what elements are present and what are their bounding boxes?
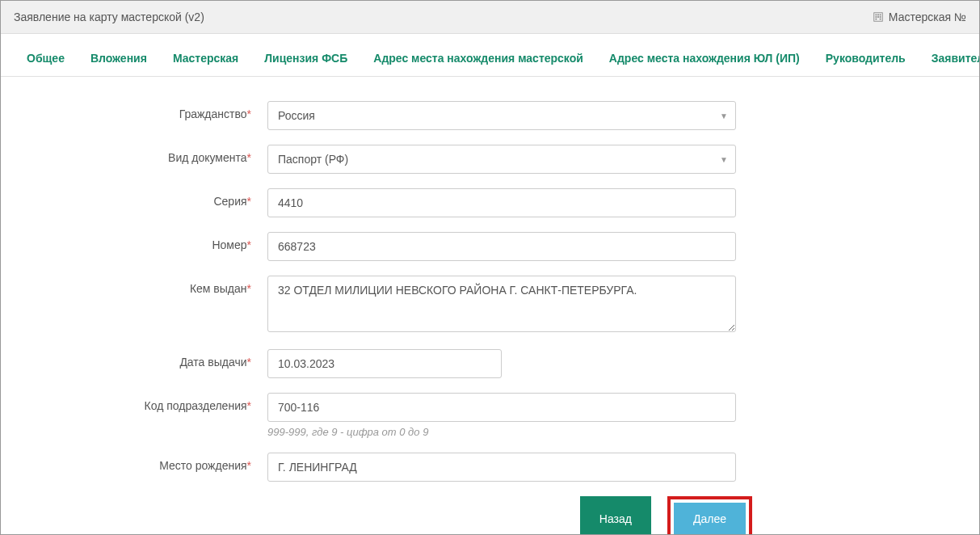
label-citizenship: Гражданство* xyxy=(33,101,267,120)
button-row: Назад Далее xyxy=(284,496,752,535)
row-dept-code: Код подразделения* 999-999, где 9 - цифр… xyxy=(33,393,947,438)
issued-by-textarea[interactable] xyxy=(267,276,736,332)
label-birth-place: Место рождения* xyxy=(33,453,267,472)
row-citizenship: Гражданство* Россия ▼ xyxy=(33,101,947,130)
building-icon xyxy=(873,11,884,23)
row-number: Номер* xyxy=(33,232,947,261)
tab-workshop[interactable]: Мастерская xyxy=(160,40,251,76)
tab-director[interactable]: Руководитель xyxy=(813,40,919,76)
tab-attachments[interactable]: Вложения xyxy=(78,40,160,76)
label-doc-type: Вид документа* xyxy=(33,145,267,164)
citizenship-select[interactable]: Россия xyxy=(267,101,736,130)
svg-rect-4 xyxy=(875,16,877,18)
svg-rect-5 xyxy=(877,16,879,18)
tabs: Общее Вложения Мастерская Лицензия ФСБ А… xyxy=(1,40,979,77)
tab-workshop-address[interactable]: Адрес места нахождения мастерской xyxy=(360,40,596,76)
org-indicator: Мастерская № xyxy=(873,11,966,23)
page-title: Заявление на карту мастерской (v2) xyxy=(14,11,204,23)
tab-fsb-license[interactable]: Лицензия ФСБ xyxy=(251,40,360,76)
issue-date-input[interactable] xyxy=(267,349,502,378)
svg-rect-3 xyxy=(880,15,881,16)
tab-general[interactable]: Общее xyxy=(14,40,78,76)
svg-rect-2 xyxy=(877,15,879,16)
label-series: Серия* xyxy=(33,188,267,208)
row-birth-place: Место рождения* xyxy=(33,453,947,482)
label-number: Номер* xyxy=(33,232,267,251)
org-label: Мастерская № xyxy=(889,11,966,23)
tab-legal-address[interactable]: Адрес места нахождения ЮЛ (ИП) xyxy=(596,40,813,76)
label-dept-code: Код подразделения* xyxy=(33,393,267,412)
svg-rect-6 xyxy=(880,16,881,18)
number-input[interactable] xyxy=(267,232,736,261)
dept-code-hint: 999-999, где 9 - цифра от 0 до 9 xyxy=(267,426,736,438)
back-button[interactable]: Назад xyxy=(580,496,651,535)
row-doc-type: Вид документа* Паспорт (РФ) ▼ xyxy=(33,145,947,174)
next-button[interactable]: Далее xyxy=(674,503,746,535)
svg-rect-8 xyxy=(880,19,881,20)
row-issue-date: Дата выдачи* xyxy=(33,349,947,378)
birth-place-input[interactable] xyxy=(267,453,736,482)
highlight-box: Далее xyxy=(667,496,752,535)
svg-rect-7 xyxy=(875,19,877,20)
series-input[interactable] xyxy=(267,188,736,217)
label-issued-by: Кем выдан* xyxy=(33,276,267,295)
dept-code-input[interactable] xyxy=(267,393,736,422)
row-series: Серия* xyxy=(33,188,947,217)
form-area: Гражданство* Россия ▼ Вид документа* Пас… xyxy=(1,77,979,535)
topbar: Заявление на карту мастерской (v2) Масте… xyxy=(1,1,979,34)
tab-applicant[interactable]: Заявитель xyxy=(919,40,980,76)
label-issue-date: Дата выдачи* xyxy=(33,349,267,369)
row-issued-by: Кем выдан* xyxy=(33,276,947,335)
svg-rect-1 xyxy=(875,15,877,16)
doc-type-select[interactable]: Паспорт (РФ) xyxy=(267,145,736,174)
